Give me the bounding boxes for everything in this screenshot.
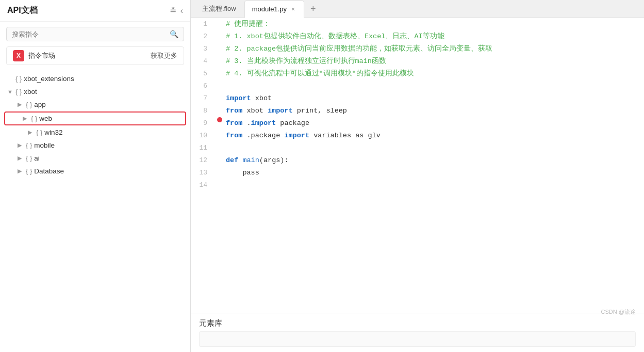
tree-label-database: Database — [34, 167, 64, 175]
tree-arrow-database: ▶ — [18, 168, 24, 174]
sidebar-title: API文档 — [7, 5, 38, 16]
tree-label-xbot: xbot — [24, 88, 37, 95]
tree-braces-xbot_extensions: { } — [15, 75, 22, 83]
line-number-5: 5 — [191, 68, 216, 80]
main-area: 主流程.flowmodule1.py×+ 1# 使用提醒：2# 1. xbot包… — [191, 0, 644, 352]
sort-icon[interactable]: ≛ — [170, 6, 176, 15]
collapse-icon[interactable]: ‹ — [180, 6, 183, 15]
line-number-9: 9 — [191, 117, 216, 130]
code-token: pass — [226, 169, 259, 177]
tree-label-win32: win32 — [44, 129, 62, 136]
code-token: from — [226, 107, 242, 115]
tree-item-mobile[interactable]: ▶{ }mobile — [0, 139, 190, 152]
line-content-5: # 4. 可视化流程中可以通过"调用模块"的指令使用此模块 — [224, 68, 644, 80]
code-token: main — [242, 156, 259, 164]
tree-braces-mobile: { } — [26, 141, 32, 149]
code-token: package — [276, 119, 309, 127]
tree-area: { }xbot_extensions▼{ }xbot▶{ }app▶{ }web… — [0, 70, 190, 352]
code-token: import — [226, 94, 251, 102]
watermark: CSDN @流途 — [601, 308, 636, 316]
code-line-6[interactable]: 6 — [191, 80, 644, 92]
tree-item-ai[interactable]: ▶{ }ai — [0, 152, 190, 165]
line-number-4: 4 — [191, 55, 216, 68]
line-number-10: 10 — [191, 130, 216, 142]
line-content-4: # 3. 当此模块作为流程独立运行时执行main函数 — [224, 55, 644, 68]
tree-label-xbot_extensions: xbot_extensions — [24, 75, 74, 83]
search-icon[interactable]: 🔍 — [170, 30, 178, 38]
line-number-1: 1 — [191, 18, 216, 30]
code-line-4[interactable]: 4# 3. 当此模块作为流程独立运行时执行main函数 — [191, 55, 644, 68]
tree-arrow-win32: ▶ — [28, 129, 34, 136]
code-editor[interactable]: 1# 使用提醒：2# 1. xbot包提供软件自动化、数据表格、Excel、日志… — [191, 18, 644, 313]
tree-braces-database: { } — [26, 167, 32, 175]
line-number-2: 2 — [191, 30, 216, 43]
tab-close-module1[interactable]: × — [290, 5, 296, 13]
market-bar[interactable]: X 指令市场 获取更多 — [6, 46, 184, 65]
code-token: import — [251, 119, 276, 127]
code-token: from — [226, 132, 242, 139]
sidebar: API文档 ≛ ‹ 🔍 X 指令市场 获取更多 { }xbot_extensio… — [0, 0, 191, 352]
code-line-3[interactable]: 3# 2. package包提供访问当前应用数据的功能，如获取元素、访问全局变量… — [191, 43, 644, 55]
search-bar[interactable]: 🔍 — [6, 27, 184, 41]
tab-module1[interactable]: module1.py× — [244, 1, 304, 18]
tree-item-xbot[interactable]: ▼{ }xbot — [0, 85, 190, 98]
tree-item-web[interactable]: ▶{ }web — [4, 111, 186, 125]
line-content-3: # 2. package包提供访问当前应用数据的功能，如获取元素、访问全局变量、… — [224, 43, 644, 55]
sidebar-header-icons: ≛ ‹ — [170, 6, 183, 15]
tab-main-flow[interactable]: 主流程.flow — [195, 0, 243, 18]
tree-label-ai: ai — [34, 154, 40, 162]
code-line-11[interactable]: 11 — [191, 142, 644, 154]
code-token: import — [268, 107, 293, 115]
tree-arrow-web: ▶ — [23, 115, 29, 122]
code-token: .package — [242, 132, 284, 139]
code-token: from — [226, 119, 242, 127]
code-line-1[interactable]: 1# 使用提醒： — [191, 18, 644, 30]
tree-label-mobile: mobile — [34, 141, 55, 149]
tree-item-app[interactable]: ▶{ }app — [0, 98, 190, 111]
line-number-3: 3 — [191, 43, 216, 55]
tree-braces-app: { } — [26, 101, 32, 108]
code-line-9[interactable]: 9from .import package — [191, 117, 644, 130]
code-line-10[interactable]: 10from .package import variables as glv — [191, 130, 644, 142]
code-token: # 1. xbot包提供软件自动化、数据表格、Excel、日志、AI等功能 — [226, 33, 444, 40]
code-token: variables as glv — [309, 132, 381, 139]
code-line-14[interactable]: 14 — [191, 179, 644, 191]
line-number-13: 13 — [191, 167, 216, 179]
code-token: . — [242, 119, 251, 127]
line-content-8: from xbot import print, sleep — [224, 105, 644, 117]
tab-add-button[interactable]: + — [305, 1, 321, 18]
bottom-panel: 元素库 — [191, 313, 644, 352]
tree-arrow-app: ▶ — [18, 101, 24, 108]
line-content-12: def main(args): — [224, 154, 644, 167]
code-token: # 3. 当此模块作为流程独立运行时执行main函数 — [226, 57, 386, 65]
tree-label-app: app — [34, 101, 46, 108]
code-line-13[interactable]: 13 pass — [191, 167, 644, 179]
line-content-7: import xbot — [224, 92, 644, 105]
search-input[interactable] — [12, 30, 170, 38]
line-number-12: 12 — [191, 154, 216, 167]
code-line-12[interactable]: 12def main(args): — [191, 154, 644, 167]
tree-item-database[interactable]: ▶{ }Database — [0, 165, 190, 178]
tree-item-xbot_extensions[interactable]: { }xbot_extensions — [0, 72, 190, 85]
code-line-2[interactable]: 2# 1. xbot包提供软件自动化、数据表格、Excel、日志、AI等功能 — [191, 30, 644, 43]
code-token: print, sleep — [293, 107, 347, 115]
tree-braces-ai: { } — [26, 154, 32, 162]
line-number-8: 8 — [191, 105, 216, 117]
code-line-8[interactable]: 8from xbot import print, sleep — [191, 105, 644, 117]
code-line-5[interactable]: 5# 4. 可视化流程中可以通过"调用模块"的指令使用此模块 — [191, 68, 644, 80]
market-more-button[interactable]: 获取更多 — [151, 51, 177, 60]
line-content-1: # 使用提醒： — [224, 18, 644, 30]
code-line-7[interactable]: 7import xbot — [191, 92, 644, 105]
line-number-11: 11 — [191, 142, 216, 154]
bottom-panel-content[interactable] — [199, 331, 636, 347]
line-dot-9 — [216, 117, 224, 122]
code-token: # 使用提醒： — [226, 20, 270, 28]
tree-arrow-mobile: ▶ — [18, 142, 24, 149]
code-token: xbot — [251, 94, 272, 102]
tree-braces-xbot: { } — [15, 88, 22, 95]
tree-label-web: web — [39, 115, 52, 122]
code-token: def — [226, 156, 238, 164]
tab-label-main-flow: 主流程.flow — [202, 4, 236, 13]
tree-item-win32[interactable]: ▶{ }win32 — [0, 126, 190, 139]
market-icon: X — [13, 50, 24, 61]
